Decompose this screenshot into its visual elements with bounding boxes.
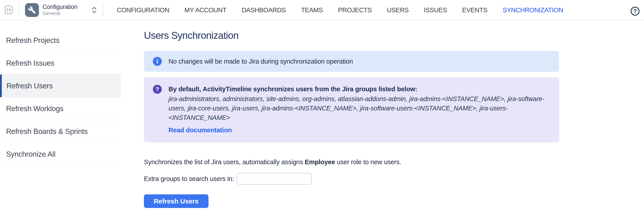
nav-synchronization[interactable]: SYNCHRONIZATION <box>502 6 563 14</box>
chevrons-up-down-icon <box>92 6 97 14</box>
top-navigation: CONFIGURATION MY ACCOUNT DASHBOARDS TEAM… <box>117 6 563 14</box>
question-icon: ? <box>153 85 162 94</box>
nav-dashboards[interactable]: DASHBOARDS <box>242 6 286 14</box>
info-icon: i <box>153 57 162 66</box>
sidebar-item-refresh-boards-sprints[interactable]: Refresh Boards & Sprints <box>0 120 121 143</box>
sidebar-item-refresh-projects[interactable]: Refresh Projects <box>0 29 121 52</box>
sidebar-item-synchronize-all[interactable]: Synchronize All <box>0 143 121 166</box>
wrench-icon <box>25 3 39 17</box>
description-bold-role: Employee <box>305 158 335 166</box>
app-title: Configuration <box>42 3 78 10</box>
description-prefix: Synchronizes the list of Jira users, aut… <box>144 158 305 166</box>
refresh-users-button[interactable]: Refresh Users <box>144 194 208 208</box>
sidebar-item-refresh-users[interactable]: Refresh Users <box>0 74 121 97</box>
nav-users[interactable]: USERS <box>387 6 408 14</box>
page-title: Users Synchronization <box>144 30 559 41</box>
sidebar-collapse-button[interactable] <box>4 5 13 15</box>
header-divider <box>19 3 19 17</box>
nav-events[interactable]: EVENTS <box>462 6 487 14</box>
nav-issues[interactable]: ISSUES <box>424 6 447 14</box>
extra-groups-label: Extra groups to search users in: <box>144 175 234 183</box>
extra-groups-row: Extra groups to search users in: <box>144 173 559 185</box>
nav-projects[interactable]: PROJECTS <box>338 6 372 14</box>
info-banner: i No changes will be made to Jira during… <box>144 51 559 72</box>
help-banner-groups: jira-administrators, administrators, sit… <box>168 94 550 122</box>
sidebar-item-refresh-worklogs[interactable]: Refresh Worklogs <box>0 97 121 120</box>
header-divider <box>102 3 103 17</box>
read-documentation-link[interactable]: Read documentation <box>168 125 232 135</box>
sidebar-item-refresh-issues[interactable]: Refresh Issues <box>0 52 121 74</box>
nav-my-account[interactable]: MY ACCOUNT <box>184 6 226 14</box>
help-banner: ? By default, ActivityTimeline synchroni… <box>144 77 559 142</box>
app-switcher[interactable]: Configuration General <box>25 3 97 17</box>
sync-sidebar: Refresh Projects Refresh Issues Refresh … <box>0 20 121 166</box>
help-circle-icon[interactable]: ? <box>630 7 640 16</box>
top-header: Configuration General CONFIGURATION MY A… <box>0 0 644 20</box>
panel-collapse-icon <box>4 5 13 15</box>
nav-configuration[interactable]: CONFIGURATION <box>117 6 170 14</box>
help-banner-intro: By default, ActivityTimeline synchronize… <box>168 84 550 94</box>
nav-teams[interactable]: TEAMS <box>301 6 323 14</box>
sync-description: Synchronizes the list of Jira users, aut… <box>144 158 559 166</box>
info-banner-text: No changes will be made to Jira during s… <box>168 58 353 65</box>
extra-groups-input[interactable] <box>237 173 312 185</box>
main-content: Users Synchronization i No changes will … <box>144 20 559 208</box>
description-suffix: user role to new users. <box>335 158 401 166</box>
app-subtitle: General <box>42 10 78 16</box>
